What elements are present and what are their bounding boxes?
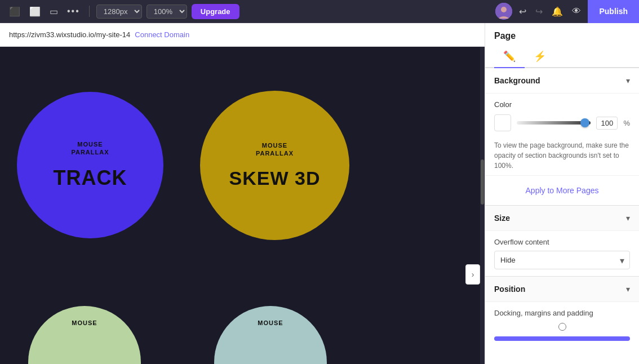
circle-teal-top-label: MOUSE (258, 319, 283, 326)
background-section-title: Background (494, 76, 540, 85)
right-panel: Page ✏️ ⚡ Background ▾ Color (485, 23, 639, 364)
position-chevron-icon: ▾ (626, 285, 630, 294)
canvas-scrollbar-thumb[interactable] (481, 159, 484, 205)
lightning-tab-icon: ⚡ (534, 51, 546, 62)
circle-purple: MOUSEPARALLAX TRACK (17, 92, 163, 238)
avatar[interactable] (495, 3, 512, 20)
circle-yellow-main-label: SKEW 3D (229, 167, 321, 189)
docking-section: Docking, margins and padding (485, 302, 639, 348)
zoom-select[interactable]: 100% (147, 5, 187, 19)
background-chevron-icon: ▾ (626, 76, 630, 85)
publish-button[interactable]: Publish (588, 0, 639, 23)
circle-yellow-top-label: MOUSEPARALLAX (256, 141, 294, 158)
panel-toggle-icon[interactable]: ⬛ (7, 6, 23, 17)
overflow-select[interactable]: Hide Scroll Visible (494, 251, 630, 269)
preview-icon[interactable]: 👁 (570, 4, 583, 19)
overflow-label: Overflow content (494, 238, 630, 246)
svg-point-1 (501, 7, 507, 12)
user-avatar-image (495, 3, 512, 20)
redo-icon[interactable]: ↪ (533, 4, 545, 19)
collapse-chevron-icon: › (472, 270, 474, 279)
circle-purple-main-label: TRACK (54, 166, 127, 190)
panel-title: Page (485, 23, 639, 41)
docking-label: Docking, margins and padding (494, 309, 630, 317)
opacity-unit: % (623, 119, 630, 127)
docking-bar (494, 336, 630, 341)
size-section-header[interactable]: Size ▾ (485, 205, 639, 231)
background-note: To view the page background, make sure t… (485, 140, 639, 171)
panel-toggle2-icon[interactable]: ⬜ (27, 6, 43, 17)
color-label: Color (494, 100, 630, 109)
panel-toggle3-icon[interactable]: ▭ (47, 6, 60, 17)
position-section-header[interactable]: Position ▾ (485, 276, 639, 302)
size-section-title: Size (494, 214, 510, 223)
design-tab-icon: ✏️ (503, 51, 516, 62)
circle-green: MOUSE (28, 306, 141, 364)
panel-collapse-arrow[interactable]: › (465, 264, 480, 285)
circle-yellow: MOUSEPARALLAX SKEW 3D (200, 91, 349, 240)
more-options-icon[interactable]: ••• (65, 6, 82, 16)
upgrade-button[interactable]: Upgrade (192, 4, 239, 19)
color-swatch[interactable] (494, 114, 511, 131)
background-section-header[interactable]: Background ▾ (485, 68, 639, 94)
resolution-select[interactable]: 1280px (96, 5, 142, 19)
position-section: Position ▾ (485, 276, 639, 302)
opacity-slider-thumb[interactable] (580, 118, 589, 127)
page-url: https://zivm33.wixstudio.io/my-site-14 (9, 30, 130, 39)
size-chevron-icon: ▾ (626, 214, 630, 223)
docking-radio[interactable] (558, 323, 566, 331)
canvas-scrollbar[interactable] (480, 47, 485, 364)
circle-green-top-label: MOUSE (72, 319, 97, 326)
apply-more-pages-button[interactable]: Apply to More Pages (494, 180, 630, 201)
connect-domain-link[interactable]: Connect Domain (135, 30, 189, 39)
tab-lightning[interactable]: ⚡ (525, 46, 555, 68)
notifications-icon[interactable]: 🔔 (549, 4, 565, 19)
position-section-title: Position (494, 285, 525, 294)
tab-design[interactable]: ✏️ (494, 46, 525, 68)
background-section: Background ▾ Color % To view the page ba… (485, 68, 639, 205)
circle-purple-top-label: MOUSEPARALLAX (71, 140, 109, 157)
circle-teal: MOUSE (214, 306, 327, 364)
undo-icon[interactable]: ↩ (517, 4, 529, 19)
size-section: Size ▾ Overflow content Hide Scroll Visi… (485, 205, 639, 276)
opacity-value-input[interactable] (596, 117, 618, 130)
